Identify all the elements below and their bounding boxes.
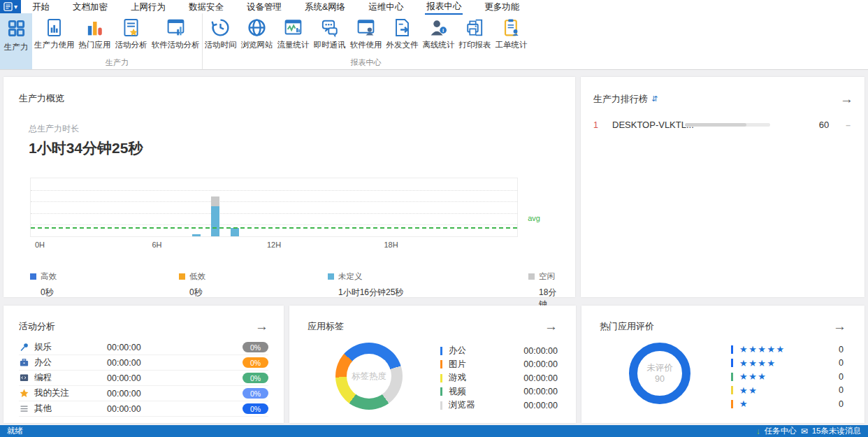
btn-productivity[interactable]: 生产力 <box>0 13 32 69</box>
activity-label: 编程 <box>34 372 52 384</box>
task-center-link[interactable]: 任务中心 <box>765 426 797 436</box>
window-user-icon <box>356 17 376 38</box>
briefcase-icon <box>19 357 29 368</box>
panel-title: 生产力概览 <box>19 92 557 105</box>
ranking-row[interactable]: 1 DESKTOP-VLKTL... 60 – <box>593 120 853 130</box>
btn-label: 活动时间 <box>205 40 237 50</box>
total-productivity-label: 总生产力时长 <box>29 123 557 135</box>
sort-icon[interactable]: ⇵ <box>651 94 658 103</box>
rating-row-4-stars[interactable]: ★★★★0 <box>731 357 846 371</box>
status-ready-label: 就绪 <box>7 426 23 436</box>
btn-activity-time[interactable]: 活动时间 <box>203 16 239 52</box>
total-productivity-value: 1小时34分钟25秒 <box>29 138 557 158</box>
rating-count: 0 <box>839 399 844 409</box>
btn-instant-messaging[interactable]: 即时通讯 <box>312 16 348 52</box>
tag-row-games[interactable]: 游戏00:00:00 <box>440 371 558 385</box>
tag-label: 游戏 <box>449 372 466 384</box>
activity-row-office[interactable]: 办公 00:00:00 0% <box>19 355 268 371</box>
tab-ops-center[interactable]: 运维中心 <box>367 0 405 14</box>
panel-hot-app-ratings: 热门应用评价 → 未评价 90 ★★★★★0 ★★★★0 ★★★0 ★★0 ★0 <box>581 306 865 423</box>
tag-row-pictures[interactable]: 图片00:00:00 <box>440 358 558 372</box>
activity-percent-badge: 0% <box>243 388 268 399</box>
tab-data-security[interactable]: 数据安全 <box>187 0 225 14</box>
tab-device-mgmt[interactable]: 设备管理 <box>245 0 283 14</box>
open-panel-arrow-icon[interactable]: → <box>840 92 853 106</box>
btn-label: 工单统计 <box>496 40 528 50</box>
tag-time: 00:00:00 <box>523 373 558 383</box>
globe-icon <box>247 17 267 38</box>
btn-label: 流量统计 <box>277 40 310 50</box>
tab-more-features[interactable]: 更多功能 <box>483 0 521 14</box>
status-bar: 就绪 ↓ 任务中心 ✉ 15条未读消息 <box>0 425 868 437</box>
btn-print-report[interactable]: 打印报表 <box>457 16 493 52</box>
rating-row-1-star[interactable]: ★0 <box>731 397 846 411</box>
activity-percent-badge: 0% <box>243 373 268 383</box>
btn-label: 离线统计 <box>423 40 455 50</box>
rating-row-5-stars[interactable]: ★★★★★0 <box>731 343 846 357</box>
btn-activity-analysis[interactable]: 活动分析 <box>113 16 150 52</box>
clipboard-user-icon <box>501 17 521 38</box>
legend-label: 未定义 <box>338 271 363 282</box>
ribbon-group-label: 生产力 <box>32 57 202 69</box>
tag-time: 00:00:00 <box>523 401 558 410</box>
productivity-hours-chart: avg 0H6H12H18H <box>30 178 518 253</box>
legend-swatch <box>30 273 36 280</box>
activity-row-my-focus[interactable]: 我的关注 00:00:00 0% <box>19 386 268 401</box>
btn-browse-websites[interactable]: 浏览网站 <box>239 16 275 52</box>
btn-productivity-usage[interactable]: 生产力使用 <box>32 16 77 52</box>
tag-swatch <box>440 387 442 396</box>
rating-row-2-stars[interactable]: ★★0 <box>731 384 846 398</box>
tag-time: 00:00:00 <box>523 387 558 396</box>
history-clock-icon <box>210 17 231 38</box>
ribbon: 生产力 生产力使用 热门应用 活动分析 软件活动分析 生产力 <box>0 13 868 70</box>
open-panel-arrow-icon[interactable]: → <box>544 320 558 333</box>
open-panel-arrow-icon[interactable]: → <box>833 320 846 333</box>
btn-label: 即时通讯 <box>314 40 346 50</box>
app-menu-button[interactable]: ▾ <box>0 0 21 13</box>
btn-traffic-stats[interactable]: 流量统计 <box>275 16 312 52</box>
doc-chart-icon <box>44 17 64 38</box>
microphone-icon <box>19 342 29 352</box>
download-arrow-icon: ↓ <box>756 427 760 436</box>
activity-row-entertainment[interactable]: 娱乐 00:00:00 0% <box>19 340 268 355</box>
btn-offline-stats[interactable]: i 离线统计 <box>421 16 457 52</box>
panel-productivity-overview: 生产力概览 总生产力时长 1小时34分钟25秒 avg 0H6H12H18H 高… <box>3 77 575 297</box>
tab-doc-encryption[interactable]: 文档加密 <box>71 0 109 14</box>
btn-hot-apps[interactable]: 热门应用 <box>77 16 113 52</box>
tab-web-behavior[interactable]: 上网行为 <box>129 0 167 14</box>
panel-productivity-ranking: 生产力排行榜 ⇵ → 1 DESKTOP-VLKTL... 60 – <box>581 77 865 297</box>
rating-row-3-stars[interactable]: ★★★0 <box>731 370 846 384</box>
btn-ticket-stats[interactable]: 工单统计 <box>493 16 530 52</box>
star-icon <box>19 388 29 399</box>
tag-label: 图片 <box>449 359 466 371</box>
chart-x-axis: 0H6H12H18H <box>30 241 518 253</box>
btn-software-usage[interactable]: 软件使用 <box>348 16 384 52</box>
btn-label: 软件活动分析 <box>152 40 200 50</box>
panel-title: 活动分析 <box>19 320 55 333</box>
btn-software-activity-analysis[interactable]: 软件活动分析 <box>150 16 202 52</box>
panel-title: 热门应用评价 <box>600 320 654 333</box>
tab-report-center[interactable]: 报表中心 <box>425 0 463 15</box>
x-tick-label: 12H <box>267 241 281 249</box>
open-panel-arrow-icon[interactable]: → <box>255 320 268 333</box>
activity-time: 00:00:00 <box>107 343 243 352</box>
x-tick-label: 6H <box>152 241 161 249</box>
unread-messages-link[interactable]: 15条未读消息 <box>812 426 861 436</box>
tag-row-video[interactable]: 视频00:00:00 <box>440 385 558 399</box>
window-chart-icon <box>166 17 186 38</box>
btn-outgoing-files[interactable]: 外发文件 <box>384 16 421 52</box>
rating-count: 0 <box>839 345 844 354</box>
activity-row-programming[interactable]: 编程 00:00:00 0% <box>19 371 268 386</box>
activity-row-other[interactable]: 其他 00:00:00 0% <box>19 401 268 417</box>
tab-start[interactable]: 开始 <box>31 0 51 14</box>
activity-list: 娱乐 00:00:00 0% 办公 00:00:00 0% 编程 00:00:0… <box>19 340 268 417</box>
legend-swatch <box>179 273 185 280</box>
tag-row-browser[interactable]: 浏览器00:00:00 <box>440 399 558 413</box>
tab-system-network[interactable]: 系统&网络 <box>303 0 347 14</box>
avg-line-label: avg <box>528 214 540 222</box>
panel-app-tags: 应用标签 → 标签热度 办公00:00:00 图片00:00:00 游戏00:0… <box>289 306 576 423</box>
activity-label: 其他 <box>34 403 52 415</box>
user-info-icon: i <box>428 17 449 38</box>
menu-lines-icon <box>19 403 29 414</box>
tag-row-office[interactable]: 办公00:00:00 <box>440 344 558 358</box>
